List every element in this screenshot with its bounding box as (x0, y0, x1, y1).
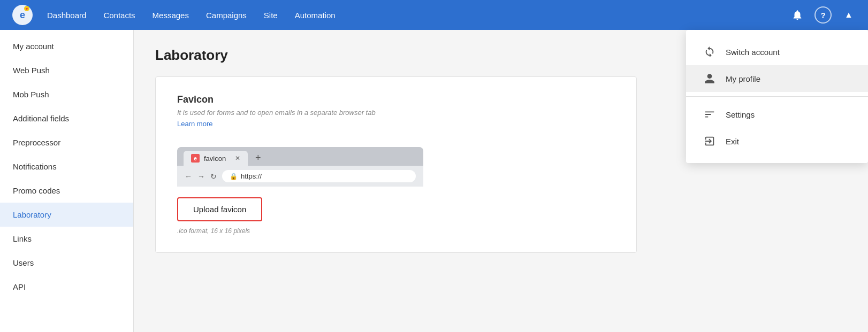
favicon-section-desc: It is used for forms and to open emails … (177, 109, 615, 117)
nav-automation[interactable]: Automation (295, 11, 336, 20)
sidebar-item-laboratory[interactable]: Laboratory (0, 203, 133, 227)
exit-icon (703, 135, 716, 147)
nav-dashboard[interactable]: Dashboard (47, 11, 86, 20)
browser-address-field[interactable]: 🔒 https:// (222, 170, 416, 182)
browser-addressbar: ← → ↻ 🔒 https:// (177, 166, 423, 187)
lock-icon: 🔒 (230, 173, 238, 180)
switch-account-label: Switch account (726, 48, 780, 57)
bell-icon-button[interactable] (789, 6, 806, 24)
sidebar-item-notifications[interactable]: Notifications (0, 155, 133, 179)
topnav-right: ? ▲ (789, 6, 857, 24)
sidebar-item-additional-fields[interactable]: Additional fields (0, 106, 133, 130)
browser-forward-btn[interactable]: → (197, 172, 205, 181)
browser-tab-close[interactable]: ✕ (235, 155, 240, 162)
sidebar-item-api[interactable]: API (0, 275, 133, 299)
sidebar-item-mob-push[interactable]: Mob Push (0, 82, 133, 106)
chevron-up-icon: ▲ (844, 10, 853, 20)
dropdown-divider (686, 96, 868, 97)
upload-section: Upload favicon .ico format, 16 x 16 pixe… (177, 197, 615, 235)
help-icon: ? (820, 11, 825, 20)
nav-site[interactable]: Site (264, 11, 278, 20)
sidebar-item-users[interactable]: Users (0, 251, 133, 275)
nav-campaigns[interactable]: Campaigns (206, 11, 247, 20)
sidebar-item-links[interactable]: Links (0, 227, 133, 251)
browser-favicon: e (191, 154, 200, 163)
svg-text:e: e (20, 10, 25, 20)
sidebar-item-web-push[interactable]: Web Push (0, 58, 133, 82)
help-icon-button[interactable]: ? (814, 6, 832, 24)
sidebar-item-my-account[interactable]: My account (0, 34, 133, 58)
browser-tabs: e favicon ✕ + (177, 147, 423, 166)
dropdown-exit[interactable]: Exit (686, 128, 868, 155)
my-profile-label: My profile (726, 74, 760, 83)
favicon-section-title: Favicon (177, 94, 615, 105)
logo[interactable]: e ♥ (11, 3, 34, 27)
svg-text:♥: ♥ (26, 7, 28, 11)
person-icon (703, 73, 716, 84)
upload-hint: .ico format, 16 x 16 pixels (177, 227, 250, 235)
settings-icon (703, 109, 716, 120)
account-dropdown-menu: Switch account My profile Settings Exit (686, 30, 868, 163)
settings-label: Settings (726, 110, 755, 119)
topnav: e ♥ Dashboard Contacts Messages Campaign… (0, 0, 868, 30)
dropdown-my-profile[interactable]: My profile (686, 65, 868, 92)
upload-favicon-button[interactable]: Upload favicon (177, 197, 262, 221)
learn-more-link[interactable]: Learn more (177, 120, 212, 128)
dropdown-settings[interactable]: Settings (686, 101, 868, 128)
browser-refresh-btn[interactable]: ↻ (210, 172, 217, 181)
nav-contacts[interactable]: Contacts (103, 11, 135, 20)
sidebar-item-promo-codes[interactable]: Promo codes (0, 179, 133, 203)
browser-mock: e favicon ✕ + ← → ↻ 🔒 https:// (177, 147, 423, 187)
browser-tab-label: favicon (204, 155, 226, 163)
sidebar-item-preprocessor[interactable]: Preprocessor (0, 130, 133, 155)
sidebar: My account Web Push Mob Push Additional … (0, 30, 134, 332)
account-menu-button[interactable]: ▲ (840, 6, 857, 24)
browser-new-tab[interactable]: + (250, 150, 267, 166)
browser-back-btn[interactable]: ← (185, 172, 192, 181)
nav-messages[interactable]: Messages (153, 11, 189, 20)
dropdown-switch-account[interactable]: Switch account (686, 38, 868, 65)
bell-icon (791, 9, 803, 21)
browser-tab: e favicon ✕ (184, 151, 248, 166)
switch-account-icon (703, 46, 716, 58)
exit-label: Exit (726, 137, 739, 146)
browser-address-text: https:// (241, 172, 262, 180)
laboratory-card: Favicon It is used for forms and to open… (155, 76, 637, 253)
topnav-links: Dashboard Contacts Messages Campaigns Si… (47, 11, 789, 20)
